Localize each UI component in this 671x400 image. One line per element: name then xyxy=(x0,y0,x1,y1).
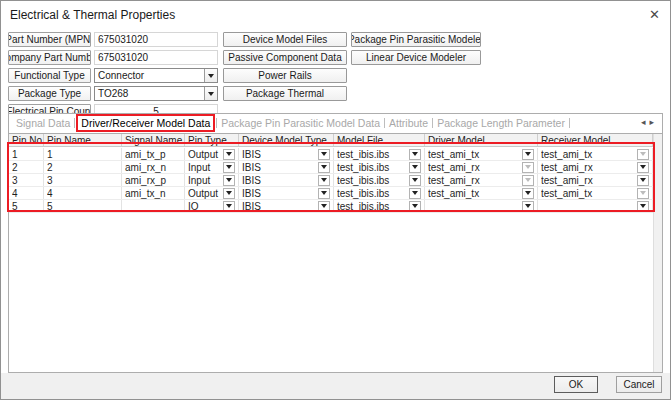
tab-scroll-right-icon[interactable]: ▸ xyxy=(649,117,658,127)
cell-model-file[interactable]: test_ibis.ibs xyxy=(334,161,425,173)
chevron-down-icon[interactable] xyxy=(409,188,421,199)
chevron-down-icon[interactable] xyxy=(318,201,330,212)
cell-pin-no-text: 1 xyxy=(12,149,40,160)
tab-driver-receiver-model-data[interactable]: Driver/Receiver Model Data xyxy=(76,114,215,132)
cell-driver-model[interactable]: test_ami_rx xyxy=(425,174,538,186)
cell-device-model-type-text: IBIS xyxy=(242,201,316,212)
chevron-down-icon[interactable] xyxy=(409,175,421,186)
chevron-down-icon xyxy=(637,188,649,199)
cell-model-file[interactable]: test_ibis.ibs xyxy=(334,174,425,186)
cell-model-file-text: test_ibis.ibs xyxy=(337,188,407,199)
package-type-select[interactable]: TO268 xyxy=(94,86,218,101)
chevron-down-icon[interactable] xyxy=(522,201,534,212)
chevron-down-icon[interactable] xyxy=(318,188,330,199)
cell-model-file-text: test_ibis.ibs xyxy=(337,149,407,160)
functional-type-label: Functional Type xyxy=(8,68,91,83)
column-header-receiver-model[interactable]: Receiver Model xyxy=(538,134,653,146)
cell-pin-name-text: 1 xyxy=(47,149,118,160)
cell-receiver-model[interactable]: test_ami_rx xyxy=(538,174,653,186)
chevron-down-icon[interactable] xyxy=(223,162,235,173)
chevron-down-icon[interactable] xyxy=(637,175,649,186)
column-header-pin-type[interactable]: Pin Type xyxy=(185,134,239,146)
cell-pin-type[interactable]: Output xyxy=(185,187,239,199)
cell-device-model-type[interactable]: IBIS xyxy=(239,200,334,212)
chevron-down-icon[interactable] xyxy=(223,149,235,160)
package-thermal-button[interactable]: Package Thermal xyxy=(223,86,347,101)
cell-pin-type[interactable]: Input xyxy=(185,161,239,173)
cell-device-model-type-text: IBIS xyxy=(242,149,316,160)
chevron-down-icon[interactable] xyxy=(318,175,330,186)
cell-device-model-type[interactable]: IBIS xyxy=(239,187,334,199)
cell-pin-no-text: 5 xyxy=(12,201,40,212)
chevron-down-icon[interactable] xyxy=(223,201,235,212)
chevron-down-icon[interactable] xyxy=(522,188,534,199)
linear-device-modeler-button[interactable]: Linear Device Modeler xyxy=(351,50,481,65)
device-model-files-button[interactable]: Device Model Files xyxy=(223,32,347,47)
cell-device-model-type[interactable]: IBIS xyxy=(239,174,334,186)
chevron-down-icon[interactable] xyxy=(223,188,235,199)
cell-driver-model[interactable] xyxy=(425,200,538,212)
tab-attribute[interactable]: Attribute xyxy=(385,117,432,129)
column-header-signal-name[interactable]: Signal Name xyxy=(122,134,185,146)
tab-package-length-parameter[interactable]: Package Length Parameter xyxy=(433,117,569,129)
column-header-driver-model[interactable]: Driver Model xyxy=(425,134,538,146)
cell-receiver-model[interactable] xyxy=(538,200,653,212)
chevron-down-icon[interactable] xyxy=(318,162,330,173)
part-number-field[interactable]: 675031020 xyxy=(94,32,218,47)
cell-pin-type[interactable]: Output xyxy=(185,148,239,160)
cell-model-file[interactable]: test_ibis.ibs xyxy=(334,200,425,212)
chevron-down-icon[interactable] xyxy=(223,175,235,186)
chevron-down-icon[interactable] xyxy=(409,162,421,173)
column-header-pin-name[interactable]: Pin Name xyxy=(44,134,122,146)
package-type-value: TO268 xyxy=(98,88,128,99)
table-row: 22ami_rx_nInputIBIStest_ibis.ibstest_ami… xyxy=(9,161,653,174)
cell-model-file[interactable]: test_ibis.ibs xyxy=(334,148,425,160)
cell-driver-model[interactable]: test_ami_rx xyxy=(425,161,538,173)
company-part-number-field[interactable]: 675031020 xyxy=(94,50,218,65)
chevron-down-icon[interactable] xyxy=(409,201,421,212)
chevron-down-icon[interactable] xyxy=(318,149,330,160)
column-header-model-file[interactable]: Model File xyxy=(334,134,425,146)
package-pin-parasitic-modeler-button[interactable]: Package Pin Parasitic Modeler xyxy=(351,32,481,47)
chevron-down-icon[interactable] xyxy=(522,149,534,160)
chevron-down-icon[interactable] xyxy=(637,201,649,212)
chevron-down-icon[interactable] xyxy=(409,149,421,160)
functional-type-select[interactable]: Connector xyxy=(94,68,218,83)
chevron-down-icon[interactable] xyxy=(204,69,217,82)
cell-driver-model-text: test_ami_rx xyxy=(428,175,520,186)
cell-device-model-type[interactable]: IBIS xyxy=(239,148,334,160)
title-bar: Electrical & Thermal Properties ✕ xyxy=(1,1,670,29)
cell-receiver-model[interactable]: test_ami_rx xyxy=(538,161,653,173)
ok-button[interactable]: OK xyxy=(554,376,598,393)
cell-pin-type-text: IO xyxy=(188,201,221,212)
column-header-device-model-type[interactable]: Device Model Type xyxy=(239,134,334,146)
cell-model-file[interactable]: test_ibis.ibs xyxy=(334,187,425,199)
package-type-label: Package Type xyxy=(8,86,91,101)
chevron-down-icon[interactable] xyxy=(637,162,649,173)
chevron-down-icon[interactable] xyxy=(204,87,217,100)
cell-pin-no: 3 xyxy=(9,174,44,186)
cell-driver-model-text: test_ami_rx xyxy=(428,162,520,173)
passive-component-data-button[interactable]: Passive Component Data xyxy=(223,50,347,65)
column-header-pin-no[interactable]: Pin No xyxy=(9,134,44,146)
cell-device-model-type[interactable]: IBIS xyxy=(239,161,334,173)
close-icon[interactable]: ✕ xyxy=(649,7,660,22)
cell-pin-no-text: 2 xyxy=(12,162,40,173)
cell-receiver-model-text: test_ami_rx xyxy=(541,162,635,173)
cell-receiver-model[interactable]: test_ami_tx xyxy=(538,187,653,199)
cell-pin-type[interactable]: IO xyxy=(185,200,239,212)
cell-receiver-model[interactable]: test_ami_tx xyxy=(538,148,653,160)
cell-device-model-type-text: IBIS xyxy=(242,188,316,199)
cell-driver-model[interactable]: test_ami_tx xyxy=(425,148,538,160)
tab-scroll-arrows[interactable]: ◂▸ xyxy=(641,117,658,127)
cell-pin-type-text: Output xyxy=(188,188,221,199)
tab-package-pin-parasitic-model-data[interactable]: Package Pin Parasitic Model Data xyxy=(217,117,384,129)
cancel-button[interactable]: Cancel xyxy=(616,376,662,393)
tab-signal-data[interactable]: Signal Data xyxy=(12,117,74,129)
cell-driver-model[interactable]: test_ami_tx xyxy=(425,187,538,199)
table-vertical-scrollbar[interactable] xyxy=(653,134,662,372)
table-row: 55IOIBIStest_ibis.ibs xyxy=(9,200,653,213)
cell-pin-name: 5 xyxy=(44,200,122,212)
cell-pin-type[interactable]: Input xyxy=(185,174,239,186)
power-rails-button[interactable]: Power Rails xyxy=(223,68,347,83)
